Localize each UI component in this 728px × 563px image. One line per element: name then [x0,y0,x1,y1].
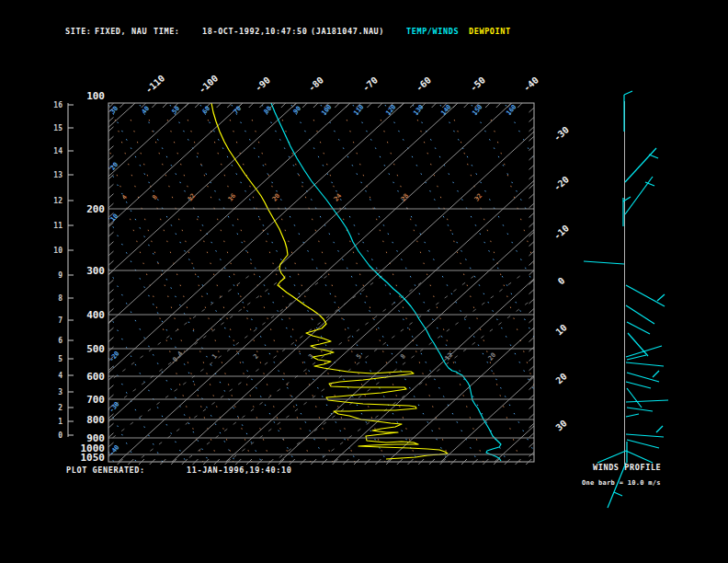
height-label: 10 [53,247,63,255]
moist-adiabat-line [188,120,290,462]
dry-adiabat-label: -20 [108,350,120,363]
height-label: 2 [58,404,63,412]
dry-adiabat-line [413,105,599,462]
pressure-label: 1050 [81,452,106,464]
moist-adiabat-line [115,120,218,462]
height-label: 4 [58,372,63,380]
edge-tick [529,117,535,121]
edge-tick [259,103,264,108]
height-label: 16 [53,101,63,109]
dry-adiabat-label: 60 [201,105,212,116]
dry-adiabat-line [170,105,357,462]
edge-tick [529,260,535,265]
dry-adiabat-label: 70 [233,105,244,116]
wind-barb [626,400,668,402]
pressure-label: 600 [86,371,105,383]
edge-tick [496,103,501,108]
pressure-label: 100 [86,90,105,102]
wind-barb [626,305,654,324]
mixing-ratio-line [40,276,286,462]
height-label: 7 [58,316,63,325]
moist-adiabat-line [230,120,333,462]
height-label: 3 [58,388,63,396]
edge-tick [227,103,232,108]
edge-tick [185,103,189,108]
edge-tick [302,103,307,108]
skewt-app-screen: SITE: FIXED, NAU TIME: 18-OCT-1992,10:47… [0,0,728,563]
edge-tick [529,395,535,399]
dry-adiabat-line [200,105,387,462]
moist-adiabat-label: 8 [151,194,159,201]
dry-adiabat-label: 20 [109,161,120,172]
isotherm-line [0,103,296,462]
edge-tick [367,103,371,108]
edge-tick [152,103,156,108]
isotherm-label-top: -70 [360,75,380,93]
edge-tick [529,338,535,342]
mixing-ratio-line [317,276,563,462]
height-label: 6 [58,337,63,345]
height-label: 5 [58,355,63,363]
isotherm-line [0,103,350,462]
edge-tick [432,103,437,108]
moist-adiabat-line [131,120,233,462]
wind-barb [627,373,659,382]
moist-adiabat-line [454,120,557,462]
pressure-label: 200 [86,203,105,215]
edge-tick [529,404,535,408]
isotherm-label-right: 0 [556,275,567,286]
moist-adiabat-line [149,120,252,462]
height-label: 15 [53,124,63,132]
edge-tick [529,136,535,141]
height-label: 12 [53,197,63,205]
isotherm-label-top: -100 [197,73,220,95]
dry-adiabat-label: 50 [171,105,182,116]
edge-tick [119,103,124,108]
edge-tick [529,299,535,304]
edge-tick [108,423,114,428]
edge-tick [529,356,535,361]
winds-profile-title: WINDS PROFILE [593,463,661,472]
edge-tick [108,251,114,256]
dry-adiabat-line [291,105,478,462]
edge-tick [108,146,114,151]
edge-tick [108,395,114,399]
edge-tick [400,103,404,108]
dry-adiabat-label: 100 [320,103,333,117]
edge-tick [453,103,458,108]
mixing-ratio-label: 1 [210,353,219,361]
edge-tick [529,423,535,428]
isotherm-label-top: -60 [414,75,433,93]
edge-tick [529,127,535,132]
edge-tick [346,103,350,108]
mixing-ratio-line [3,276,249,462]
wind-barb [649,155,658,158]
edge-tick [335,103,339,108]
dry-adiabat-line [108,269,209,462]
edge-tick [529,223,535,227]
mixing-ratio-line [81,276,327,462]
edge-tick [529,251,535,256]
isotherm-line [0,103,189,462]
isotherm-line [64,103,458,462]
plot-generated-label: PLOT GENERATED: [66,465,145,475]
moist-adiabat-label: 28 [400,192,411,203]
pressure-label: 300 [86,265,105,277]
edge-tick [518,103,522,108]
isotherm-label-top: -110 [143,73,166,95]
edge-tick [131,103,135,108]
edge-tick [529,165,535,169]
edge-tick [249,103,254,108]
edge-tick [108,155,114,160]
moist-adiabat-label: 20 [271,192,282,203]
plot-frame [108,103,534,462]
dry-adiabat-line [108,218,235,462]
edge-tick [108,136,114,141]
isotherm-line [0,103,243,462]
wind-barb [624,91,632,95]
edge-tick [108,290,114,294]
edge-tick [108,194,114,199]
height-label: 11 [53,222,63,230]
edge-tick [529,194,535,199]
edge-tick [163,103,167,108]
